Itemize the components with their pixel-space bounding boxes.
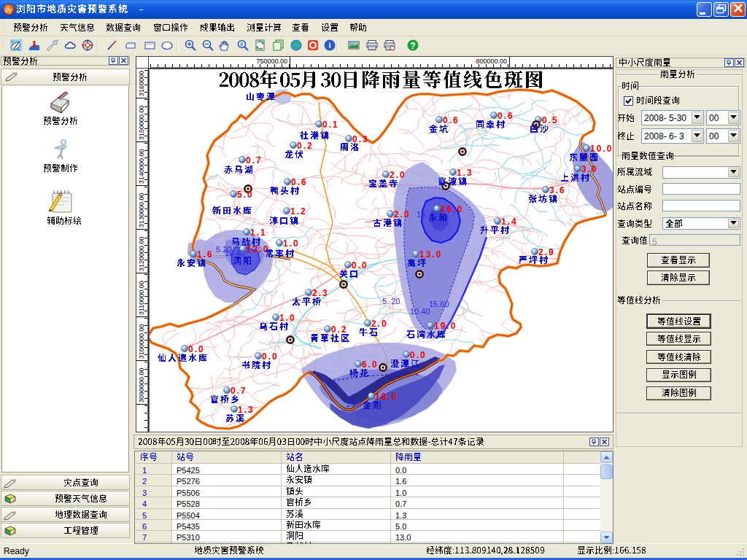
- svg-text:0.0: 0.0: [410, 350, 427, 360]
- svg-text:18.0: 18.0: [375, 392, 398, 402]
- svg-text:3.6: 3.6: [549, 185, 566, 195]
- svg-text:3090000.00: 3090000.00: [138, 368, 145, 402]
- svg-text:0.2: 0.2: [297, 141, 314, 151]
- svg-text:15.6: 15.6: [346, 400, 361, 408]
- svg-text:3160000: 3160000: [138, 71, 145, 96]
- svg-text:1.1: 1.1: [250, 228, 267, 238]
- svg-text:10.0: 10.0: [590, 144, 613, 154]
- svg-text:5.0: 5.0: [237, 190, 254, 200]
- svg-text:3100000.00: 3100000.00: [138, 324, 145, 359]
- svg-text:3140000.00: 3140000.00: [138, 149, 145, 184]
- svg-text:1.4: 1.4: [501, 217, 518, 227]
- svg-text:i: i: [328, 41, 330, 50]
- svg-text:0.5: 0.5: [542, 115, 559, 125]
- svg-text:0.7: 0.7: [231, 386, 247, 396]
- svg-text:2.0: 2.0: [371, 319, 388, 329]
- svg-text:0.6: 0.6: [291, 177, 308, 187]
- svg-text:3130000.00: 3130000.00: [138, 192, 145, 228]
- svg-text:800000.00: 800000.00: [476, 58, 507, 65]
- svg-text:0.6: 0.6: [443, 115, 460, 125]
- svg-text:0.1: 0.1: [322, 120, 339, 130]
- svg-text:13.0: 13.0: [247, 244, 269, 254]
- svg-text:2.3: 2.3: [312, 288, 329, 298]
- svg-text:0.7: 0.7: [246, 155, 263, 166]
- svg-text:0.2: 0.2: [331, 324, 348, 335]
- svg-text:10.40: 10.40: [410, 307, 430, 316]
- svg-text:5. 20: 5. 20: [382, 297, 400, 306]
- svg-text:15.: 15.: [417, 210, 427, 219]
- svg-text:3110000.00: 3110000.00: [138, 281, 145, 315]
- svg-text:26.0: 26.0: [441, 204, 463, 214]
- svg-text:0.0: 0.0: [262, 351, 279, 362]
- svg-text:0.3: 0.3: [352, 134, 369, 144]
- svg-text:1.6: 1.6: [197, 249, 214, 260]
- svg-text:2.0: 2.0: [394, 209, 411, 219]
- svg-text:13.0: 13.0: [419, 249, 442, 260]
- svg-text:1.0: 1.0: [283, 238, 300, 249]
- svg-text:15.60: 15.60: [429, 300, 449, 308]
- svg-text:?: ?: [410, 41, 415, 51]
- svg-text:0.0: 0.0: [352, 260, 368, 271]
- svg-text:19.0: 19.0: [434, 321, 457, 331]
- svg-text:3150000.00: 3150000.00: [138, 105, 145, 140]
- svg-text:1.3: 1.3: [238, 405, 255, 415]
- svg-text:750000.00: 750000.00: [256, 58, 287, 65]
- svg-text:0.6: 0.6: [498, 111, 514, 121]
- svg-text:2.0: 2.0: [390, 170, 406, 180]
- svg-text:3120000.00: 3120000.00: [138, 236, 145, 271]
- svg-text:1.3: 1.3: [457, 168, 473, 178]
- svg-text:3.0: 3.0: [581, 164, 598, 174]
- svg-text:0.0: 0.0: [188, 344, 205, 354]
- svg-text:1.2: 1.2: [290, 206, 307, 217]
- svg-text:2.9: 2.9: [538, 247, 555, 257]
- svg-text:6.0: 6.0: [362, 359, 379, 370]
- svg-text:1.0: 1.0: [279, 313, 296, 323]
